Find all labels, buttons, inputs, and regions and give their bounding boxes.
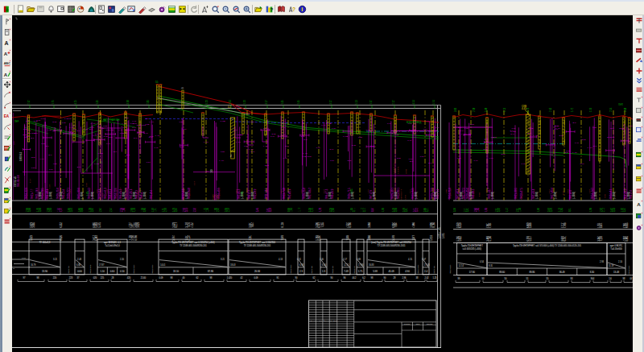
svg-text:0,4кВ: 0,4кВ [237,134,243,136]
svg-text:L=10: L=10 [555,127,560,130]
svg-text:1.10: 1.10 [330,159,334,162]
svg-text:4,65: 4,65 [560,207,564,212]
svg-text:2,01: 2,01 [495,207,498,212]
svg-text:ПК2: ПК2 [265,164,269,167]
svg-text:(ПК16+44): (ПК16+44) [89,264,92,274]
svg-text:2.49: 2.49 [132,126,136,129]
svg-text:3,14: 3,14 [363,207,366,212]
svg-text:Труба ПЭ ИНТЕРНЕТ №0 З/З-600 (: Труба ПЭ ИНТЕРНЕТ №0 З/З-600 (+400) ТУ 2… [513,244,581,247]
svg-text:8.31: 8.31 [489,264,493,267]
svg-text:1.29: 1.29 [205,100,208,105]
svg-text:7.644: 7.644 [251,222,254,227]
svg-text:0,34: 0,34 [371,207,374,212]
svg-text:(ПК18+10): (ПК18+10) [133,264,135,274]
svg-text:5.763: 5.763 [316,234,319,240]
svg-text:2.40: 2.40 [320,258,324,261]
svg-text:1,58: 1,58 [141,207,144,212]
svg-text:1.75: 1.75 [367,189,369,193]
svg-text:8: 8 [181,87,184,89]
svg-text:5.918: 5.918 [430,234,433,240]
svg-text:7.255: 7.255 [321,222,324,227]
svg-text:1.35: 1.35 [281,100,284,105]
svg-text:5.632: 5.632 [459,235,462,241]
svg-text:1.10: 1.10 [236,106,240,108]
svg-text:A: A [637,201,641,206]
svg-text:2.10: 2.10 [618,260,623,263]
svg-text:ПК0+00=КЖ: ПК0+00=КЖ [17,175,20,187]
svg-text:4.17: 4.17 [29,179,31,183]
svg-text:7.717: 7.717 [561,222,564,228]
svg-text:2.05: 2.05 [109,136,113,139]
svg-text:2.05: 2.05 [52,121,56,123]
svg-text:2.49: 2.49 [303,139,308,141]
svg-text:4,76: 4,76 [36,207,39,212]
svg-text:2.9: 2.9 [299,270,303,273]
svg-text:5,54: 5,54 [623,207,626,212]
svg-text:3.506: 3.506 [316,222,319,227]
svg-text:2.05: 2.05 [104,135,108,138]
svg-text:4,74: 4,74 [60,207,63,212]
svg-text:(+2000): (+2000) [80,192,84,199]
svg-text:щит 0 ВОЛС: щит 0 ВОЛС [610,244,622,247]
svg-text:(+2000): (+2000) [91,192,94,199]
svg-text:ПК6+37.3: ПК6+37.3 [325,188,328,199]
svg-text:L=10: L=10 [572,151,577,154]
svg-text:2.4: 2.4 [424,270,427,273]
svg-text:(ПК14+25): (ПК14+25) [449,264,452,274]
svg-text:ПК21+30.5: ПК21+30.5 [514,188,518,199]
svg-text:5.74: 5.74 [432,100,436,105]
svg-text:ТУ 400х3,3: ТУ 400х3,3 [39,241,51,244]
svg-text:1.36: 1.36 [96,100,99,105]
svg-text:3,93: 3,93 [225,207,228,212]
svg-text:7.784: 7.784 [489,222,492,228]
svg-text:2.49: 2.49 [436,126,440,129]
svg-text:5,62: 5,62 [610,207,613,212]
svg-text:L=10: L=10 [149,121,154,123]
svg-text:1.23: 1.23 [503,107,506,112]
svg-text:3,70: 3,70 [550,207,553,212]
svg-text:1.10: 1.10 [68,118,72,120]
svg-text:A: A [4,72,8,77]
svg-text:1.10: 1.10 [423,128,427,130]
svg-text:2,02: 2,02 [217,207,220,212]
svg-text:ПК2: ПК2 [142,124,146,126]
svg-text:ПК14+14.2: ПК14+14.2 [591,188,594,199]
svg-text:89.60: 89.60 [499,271,505,274]
svg-text:Лист: Лист [416,323,421,325]
svg-text:50: 50 [505,277,507,280]
svg-text:7.220: 7.220 [600,235,603,241]
svg-text:6.635: 6.635 [625,222,629,228]
svg-text:1.10: 1.10 [369,130,373,132]
svg-text:28: 28 [394,276,396,280]
svg-text:В-3: В-3 [285,145,289,147]
svg-text:1.10: 1.10 [244,145,248,147]
svg-text:3.12: 3.12 [329,100,332,105]
svg-text:L=10: L=10 [534,135,539,137]
svg-text:5.29: 5.29 [526,107,530,112]
svg-text:L=10: L=10 [83,128,88,130]
svg-text:4.274: 4.274 [129,222,132,227]
svg-text:6.50: 6.50 [478,193,481,197]
svg-text:1.10: 1.10 [93,135,97,137]
svg-text:3,21: 3,21 [413,207,416,212]
svg-text:7.316: 7.316 [188,222,191,227]
svg-text:2.05: 2.05 [582,139,586,141]
svg-text:ПК11+33.7: ПК11+33.7 [488,188,491,199]
svg-text:2.05: 2.05 [566,150,570,152]
svg-text:7.964: 7.964 [623,222,626,228]
svg-text:8.166: 8.166 [432,222,436,227]
svg-text:?: ? [292,6,295,12]
svg-text:98: 98 [210,276,213,280]
svg-text:4,75: 4,75 [311,207,314,212]
svg-text:0,4кВ: 0,4кВ [405,168,407,174]
svg-text:1.10: 1.10 [512,127,516,130]
svg-text:Стадия: Стадия [404,323,411,325]
svg-text:0.50: 0.50 [120,270,125,273]
svg-text:3,91: 3,91 [266,207,270,212]
svg-text:6.67: 6.67 [101,193,104,197]
svg-text:В-3: В-3 [126,154,130,156]
svg-text:1.75: 1.75 [52,100,55,105]
svg-text:1.10: 1.10 [36,119,40,122]
svg-text:2,89: 2,89 [47,207,50,212]
svg-text:93: 93 [482,277,485,280]
